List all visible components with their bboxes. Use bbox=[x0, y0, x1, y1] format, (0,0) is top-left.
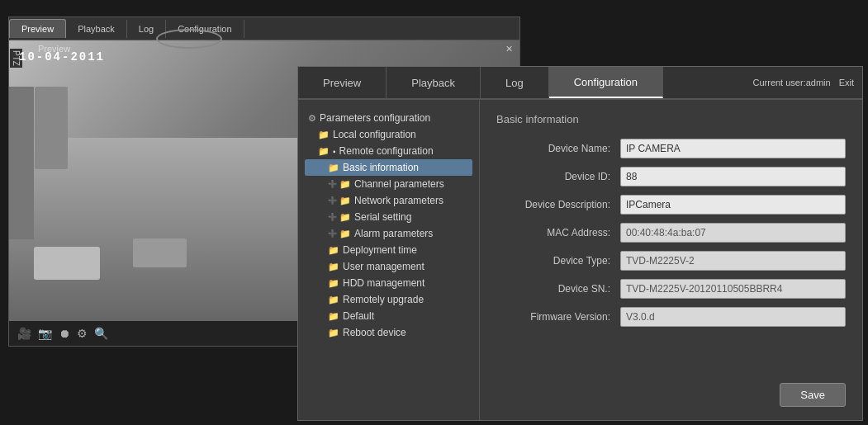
sidebar-item-channel-params[interactable]: ➕ 📁 Channel parameters bbox=[305, 176, 472, 192]
preview-label-bg: Preview bbox=[38, 44, 70, 54]
remotely-upgrade-icon: 📁 bbox=[328, 295, 339, 305]
sidebar-item-network-params[interactable]: ➕ 📁 Network parameters bbox=[305, 192, 472, 209]
sidebar-item-alarm-params[interactable]: ➕ 📁 Alarm parameters bbox=[305, 225, 472, 242]
sidebar-item-params-config[interactable]: ⚙ Parameters configuration bbox=[305, 110, 472, 126]
settings-icon[interactable]: ⚙ bbox=[77, 327, 88, 340]
car-1 bbox=[34, 247, 100, 280]
main-panel: Preview Playback Log Configuration Curre… bbox=[297, 66, 863, 421]
config-panel: Basic information Device Name: Device ID… bbox=[480, 100, 862, 420]
device-type-label: Device Type: bbox=[496, 255, 620, 267]
sidebar-item-reboot-device[interactable]: 📁 Reboot device bbox=[305, 324, 472, 341]
reboot-device-icon: 📁 bbox=[328, 328, 339, 338]
serial-setting-icon: 📁 bbox=[339, 212, 351, 223]
sidebar-item-basic-info[interactable]: 📁 Basic information bbox=[305, 159, 472, 176]
deployment-time-icon: 📁 bbox=[328, 245, 339, 256]
form-row-device-type: Device Type: bbox=[496, 251, 846, 271]
bg-tab-preview[interactable]: Preview bbox=[9, 19, 66, 38]
record-icon[interactable]: 🎥 bbox=[17, 327, 31, 340]
basic-info-icon: 📁 bbox=[328, 163, 339, 173]
record-btn-icon[interactable]: ⏺ bbox=[59, 327, 70, 340]
bg-tab-playback[interactable]: Playback bbox=[66, 20, 127, 38]
bg-window-close[interactable]: ✕ bbox=[505, 44, 513, 54]
device-sn-input[interactable] bbox=[620, 279, 846, 299]
flag-pole bbox=[35, 87, 68, 169]
mac-address-label: MAC Address: bbox=[496, 227, 620, 238]
form-actions: Save bbox=[496, 375, 846, 407]
form-row-device-desc: Device Description: bbox=[496, 195, 846, 215]
device-desc-label: Device Description: bbox=[496, 199, 620, 210]
zoom-icon[interactable]: 🔍 bbox=[94, 327, 108, 340]
sidebar-item-user-mgmt[interactable]: 📁 User management bbox=[305, 258, 472, 275]
car-2 bbox=[133, 238, 187, 267]
user-info: Current user:admin Exit bbox=[753, 67, 863, 98]
sidebar-item-remote-config[interactable]: 📁 ▪ Remote configuration bbox=[305, 143, 472, 159]
sidebar-item-local-config[interactable]: 📁 Local configuration bbox=[305, 126, 472, 143]
mac-address-input[interactable] bbox=[620, 223, 846, 243]
sidebar-item-remotely-upgrade[interactable]: 📁 Remotely upgrade bbox=[305, 291, 472, 308]
exit-button[interactable]: Exit bbox=[839, 78, 854, 87]
nav-preview[interactable]: Preview bbox=[298, 67, 387, 98]
channel-params-icon: 📁 bbox=[339, 179, 351, 190]
firmware-label: Firmware Version: bbox=[496, 311, 620, 323]
bg-window-header: Preview Playback Log Configuration bbox=[9, 17, 519, 40]
snapshot-icon[interactable]: 📷 bbox=[38, 327, 52, 340]
section-title: Basic information bbox=[496, 113, 846, 125]
save-button[interactable]: Save bbox=[780, 383, 846, 407]
device-id-label: Device ID: bbox=[496, 171, 620, 182]
content-area: ⚙ Parameters configuration 📁 Local confi… bbox=[298, 100, 862, 420]
form-row-device-sn: Device SN.: bbox=[496, 279, 846, 299]
form-row-device-name: Device Name: bbox=[496, 139, 846, 158]
device-id-input[interactable] bbox=[620, 167, 846, 187]
sidebar-item-serial-setting[interactable]: ➕ 📁 Serial setting bbox=[305, 209, 472, 225]
device-name-input[interactable] bbox=[620, 139, 846, 158]
device-name-label: Device Name: bbox=[496, 143, 620, 154]
device-sn-label: Device SN.: bbox=[496, 283, 620, 295]
form-row-device-id: Device ID: bbox=[496, 167, 846, 187]
hdd-mgmt-icon: 📁 bbox=[328, 278, 339, 289]
network-params-icon: 📁 bbox=[339, 196, 351, 206]
user-mgmt-icon: 📁 bbox=[328, 262, 339, 272]
bg-tab-configuration[interactable]: Configuration bbox=[166, 20, 244, 38]
pole bbox=[9, 87, 34, 239]
default-icon: 📁 bbox=[328, 311, 339, 322]
local-config-icon: 📁 bbox=[318, 130, 330, 140]
nav-playback[interactable]: Playback bbox=[387, 67, 481, 98]
firmware-input[interactable] bbox=[620, 307, 846, 327]
alarm-params-icon: 📁 bbox=[339, 229, 351, 239]
sidebar-item-deployment-time[interactable]: 📁 Deployment time bbox=[305, 242, 472, 258]
form-row-mac-address: MAC Address: bbox=[496, 223, 846, 243]
sidebar-item-default[interactable]: 📁 Default bbox=[305, 308, 472, 324]
params-config-icon: ⚙ bbox=[308, 113, 316, 124]
sidebar-tree: ⚙ Parameters configuration 📁 Local confi… bbox=[298, 100, 480, 420]
nav-log[interactable]: Log bbox=[481, 67, 549, 98]
nav-configuration[interactable]: Configuration bbox=[549, 67, 663, 98]
device-desc-input[interactable] bbox=[620, 195, 846, 215]
nav-bar: Preview Playback Log Configuration Curre… bbox=[298, 67, 862, 100]
remote-config-icon: 📁 bbox=[318, 146, 330, 157]
bg-tab-log[interactable]: Log bbox=[127, 20, 166, 38]
form-row-firmware: Firmware Version: bbox=[496, 307, 846, 327]
sidebar-item-hdd-mgmt[interactable]: 📁 HDD management bbox=[305, 275, 472, 291]
device-type-input[interactable] bbox=[620, 251, 846, 271]
